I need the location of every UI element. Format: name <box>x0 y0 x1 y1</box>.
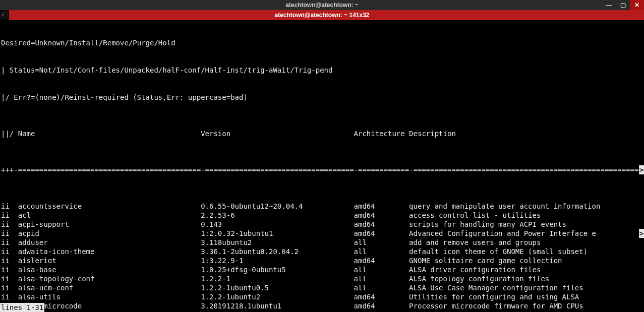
pkg-name: alsa-ucm-conf <box>18 283 201 292</box>
pkg-version: 2.2.53-6 <box>201 211 354 220</box>
pkg-desc: default icon theme of GNOME (small subse… <box>409 247 588 256</box>
pkg-version: 1:3.22.9-1 <box>201 256 354 265</box>
pkg-name: alsa-base <box>18 265 201 274</box>
dpkg-legend-3: |/ Err?=(none)/Reinst-required (Status,E… <box>0 93 644 102</box>
outer-window-titlebar: atechtown@atechtown: ~ — ▢ ✕ <box>0 0 644 10</box>
pkg-desc: Processor microcode firmware for AMD CPU… <box>409 301 583 310</box>
pkg-version: 1.0.25+dfsg-0ubuntu5 <box>201 265 354 274</box>
pkg-name: acpi-support <box>18 220 201 229</box>
pkg-desc: GNOME solitaire card game collection <box>409 256 562 265</box>
pkg-version: 1.2.2-1ubuntu2 <box>201 292 354 301</box>
pkg-version: 1.2.2-1ubuntu0.5 <box>201 283 354 292</box>
col-version: Version <box>201 129 354 138</box>
pkg-arch: all <box>354 283 409 292</box>
pkg-status: ii <box>1 220 18 229</box>
pkg-name: aisleriot <box>18 256 201 265</box>
pkg-name: adduser <box>18 238 201 247</box>
package-row: iialsa-topology-conf1.2.2-1allALSA topol… <box>0 274 644 283</box>
pkg-name: amd64-microcode <box>18 301 201 310</box>
pkg-desc: ALSA Use Case Manager configuration file… <box>409 283 583 292</box>
package-row: iiamd64-microcode3.20191218.1ubuntu1amd6… <box>0 301 644 310</box>
pkg-name: acl <box>18 211 201 220</box>
pkg-arch: all <box>354 274 409 283</box>
pkg-status: ii <box>1 292 18 301</box>
pkg-version: 3.118ubuntu2 <box>201 238 354 247</box>
pkg-status: ii <box>1 265 18 274</box>
pkg-desc: ALSA topology configuration files <box>409 274 549 283</box>
pkg-version: 3.20191218.1ubuntu1 <box>201 301 354 310</box>
pkg-version: 0.6.55-0ubuntu12~20.04.4 <box>201 202 354 211</box>
pkg-name: alsa-utils <box>18 292 201 301</box>
header-rule: +++-====================================… <box>0 165 644 174</box>
dpkg-legend-1: Desired=Unknown/Install/Remove/Purge/Hol… <box>0 38 644 47</box>
column-header-row: ||/NameVersionArchitectureDescription <box>0 129 644 138</box>
truncation-icon: > <box>639 229 644 238</box>
pkg-name: adwaita-icon-theme <box>18 247 201 256</box>
pkg-desc: scripts for handling many ACPI events <box>409 220 566 229</box>
pkg-status: ii <box>1 202 18 211</box>
pkg-desc: access control list - utilities <box>409 211 541 220</box>
pkg-version: 0.143 <box>201 220 354 229</box>
pkg-status: ii <box>1 283 18 292</box>
pkg-arch: amd64 <box>354 292 409 301</box>
pkg-status: ii <box>1 229 18 238</box>
pkg-desc: ALSA driver configuration files <box>409 265 541 274</box>
pkg-status: ii <box>1 256 18 265</box>
minimize-icon[interactable]: — <box>602 0 616 10</box>
pkg-name: accountsservice <box>18 202 201 211</box>
pkg-arch: amd64 <box>354 211 409 220</box>
terminal-titlebar: atechtown@atechtown: ~ 141x32 <box>0 10 644 20</box>
maximize-icon[interactable]: ▢ <box>616 0 630 10</box>
pkg-name: acpid <box>18 229 201 238</box>
pkg-desc: add and remove users and groups <box>409 238 541 247</box>
package-row: iiaisleriot1:3.22.9-1amd64GNOME solitair… <box>0 256 644 265</box>
package-row: iialsa-base1.0.25+dfsg-0ubuntu5allALSA d… <box>0 265 644 274</box>
pkg-name: alsa-topology-conf <box>18 274 201 283</box>
package-row: iiacpid1:2.0.32-1ubuntu1amd64Advanced Co… <box>0 229 644 238</box>
pkg-arch: amd64 <box>354 202 409 211</box>
close-icon[interactable]: ✕ <box>630 0 644 10</box>
pkg-arch: amd64 <box>354 220 409 229</box>
pkg-version: 1:2.0.32-1ubuntu1 <box>201 229 354 238</box>
package-row: iialsa-utils1.2.2-1ubuntu2amd64Utilities… <box>0 292 644 301</box>
package-row: iiacpi-support0.143amd64scripts for hand… <box>0 220 644 229</box>
truncation-icon: > <box>639 165 644 174</box>
pkg-arch: all <box>354 265 409 274</box>
terminal-app-icon <box>0 10 9 20</box>
package-row: iiadwaita-icon-theme3.36.1-2ubuntu0.20.0… <box>0 247 644 256</box>
pkg-desc: Advanced Configuration and Power Interfa… <box>409 229 596 238</box>
package-row: iiacl2.2.53-6amd64access control list - … <box>0 211 644 220</box>
terminal-view[interactable]: Desired=Unknown/Install/Remove/Purge/Hol… <box>0 20 644 312</box>
package-row: iiadduser3.118ubuntu2alladd and remove u… <box>0 238 644 247</box>
pkg-status: ii <box>1 247 18 256</box>
col-arch: Architecture <box>354 129 409 138</box>
pkg-version: 3.36.1-2ubuntu0.20.04.2 <box>201 247 354 256</box>
pkg-desc: Utilities for configuring and using ALSA <box>409 292 579 301</box>
dpkg-legend-2: | Status=Not/Inst/Conf-files/Unpacked/ha… <box>0 66 644 75</box>
pkg-arch: amd64 <box>354 301 409 310</box>
pkg-arch: amd64 <box>354 256 409 265</box>
pkg-status: ii <box>1 274 18 283</box>
package-row: iialsa-ucm-conf1.2.2-1ubuntu0.5allALSA U… <box>0 283 644 292</box>
package-row: iiaccountsservice0.6.55-0ubuntu12~20.04.… <box>0 202 644 211</box>
outer-window-title: atechtown@atechtown: ~ <box>285 2 359 9</box>
col-desc: Description <box>409 129 456 138</box>
terminal-title: atechtown@atechtown: ~ 141x32 <box>274 12 369 19</box>
pkg-status: ii <box>1 238 18 247</box>
pager-status: lines 1-31 <box>0 303 44 312</box>
pkg-status: ii <box>1 211 18 220</box>
pkg-arch: amd64 <box>354 229 409 238</box>
pkg-desc: query and manipulate user account inform… <box>409 202 600 211</box>
pkg-arch: all <box>354 247 409 256</box>
pkg-arch: all <box>354 238 409 247</box>
col-name: Name <box>18 129 201 138</box>
col-status: ||/ <box>1 129 18 138</box>
pkg-version: 1.2.2-1 <box>201 274 354 283</box>
